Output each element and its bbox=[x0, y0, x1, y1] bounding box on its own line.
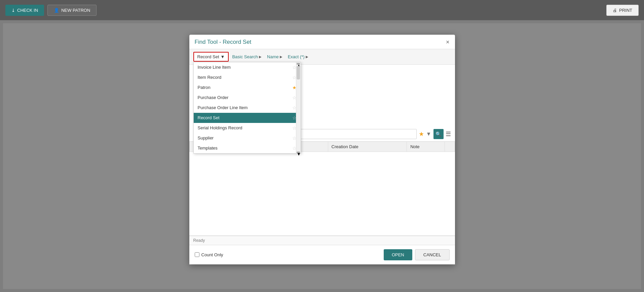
modal-footer: Count Only OPEN CANCEL bbox=[189, 245, 455, 264]
exact-link[interactable]: Exact (*) ▶ bbox=[286, 53, 310, 61]
search-button[interactable]: 🔍 bbox=[433, 129, 444, 139]
dropdown-menu: Invoice Line Item ☆ Item Record ☆ Patron… bbox=[193, 62, 301, 154]
checkin-button[interactable]: ⤓ CHECK IN bbox=[5, 5, 44, 16]
newpatron-icon: 👤 bbox=[54, 8, 59, 13]
newpatron-button[interactable]: 👤 NEW PATRON bbox=[47, 5, 97, 16]
col-creation-date: Creation Date bbox=[328, 141, 407, 152]
chevron-right-icon-2: ▶ bbox=[280, 55, 282, 59]
dropdown-item-purchase-order-line-item[interactable]: Purchase Order Line Item ☆ bbox=[194, 103, 301, 113]
dropdown-item-serial-holdings[interactable]: Serial Holdings Record ☆ bbox=[194, 123, 301, 133]
dropdown-item-templates[interactable]: Templates ☆ bbox=[194, 143, 301, 153]
results-area: Name Total Records Creation Date Note bbox=[189, 141, 455, 236]
footer-buttons: OPEN CANCEL bbox=[384, 249, 450, 260]
modal-toolbar: Record Set ▼ Basic Search ▶ Name ▶ Exact… bbox=[189, 49, 455, 65]
print-button[interactable]: 🖨 PRINT bbox=[606, 5, 639, 16]
scroll-down-arrow[interactable]: ▼ bbox=[297, 152, 300, 153]
scroll-thumb bbox=[297, 66, 300, 79]
basic-search-link[interactable]: Basic Search ▶ bbox=[230, 53, 264, 61]
chevron-right-icon: ▶ bbox=[259, 55, 262, 59]
count-only-label[interactable]: Count Only bbox=[195, 252, 223, 257]
status-text: Ready bbox=[193, 238, 205, 243]
dropdown-item-patron[interactable]: Patron ★ bbox=[194, 83, 301, 93]
col-actions bbox=[445, 141, 455, 152]
top-bar-left: ⤓ CHECK IN 👤 NEW PATRON bbox=[5, 5, 97, 16]
dropdown-label: Record Set bbox=[197, 54, 219, 59]
open-button[interactable]: OPEN bbox=[384, 249, 412, 260]
top-bar: ⤓ CHECK IN 👤 NEW PATRON 🖨 PRINT bbox=[0, 0, 644, 20]
newpatron-label: NEW PATRON bbox=[61, 8, 90, 13]
modal-title: Find Tool - Record Set bbox=[195, 39, 252, 45]
modal-overlay: Find Tool - Record Set × Record Set ▼ Ba… bbox=[0, 20, 644, 292]
status-bar: Ready bbox=[189, 236, 455, 245]
dropdown-item-invoice-line-item[interactable]: Invoice Line Item ☆ bbox=[194, 62, 301, 72]
scroll-up-arrow[interactable]: ▲ bbox=[297, 63, 300, 65]
chevron-down-icon: ▼ bbox=[221, 54, 225, 59]
dropdown-item-purchase-order[interactable]: Purchase Order ☆ bbox=[194, 93, 301, 103]
menu-button[interactable]: ☰ bbox=[446, 130, 451, 138]
print-label: PRINT bbox=[619, 8, 632, 13]
cancel-button[interactable]: CANCEL bbox=[415, 249, 450, 260]
name-link[interactable]: Name ▶ bbox=[265, 53, 285, 61]
find-tool-modal: Find Tool - Record Set × Record Set ▼ Ba… bbox=[189, 35, 455, 264]
dropdown-scrollbar[interactable]: ▲ ▼ bbox=[296, 62, 301, 153]
record-set-dropdown[interactable]: Record Set ▼ bbox=[193, 52, 229, 62]
chevron-right-icon-3: ▶ bbox=[306, 55, 308, 59]
print-icon: 🖨 bbox=[613, 8, 617, 13]
modal-header: Find Tool - Record Set × bbox=[189, 35, 455, 49]
main-content: Find Tool - Record Set × Record Set ▼ Ba… bbox=[0, 20, 644, 292]
modal-close-button[interactable]: × bbox=[446, 39, 450, 45]
search-icon: 🔍 bbox=[435, 131, 441, 137]
favorite-search-button[interactable]: ★ bbox=[419, 130, 424, 138]
col-note: Note bbox=[407, 141, 445, 152]
dropdown-item-record-set[interactable]: Record Set ☆ bbox=[194, 113, 301, 123]
filter-button[interactable]: ▼ bbox=[426, 131, 431, 137]
dropdown-item-item-record[interactable]: Item Record ☆ bbox=[194, 72, 301, 83]
checkin-icon: ⤓ bbox=[11, 8, 15, 13]
dropdown-item-supplier[interactable]: Supplier ☆ bbox=[194, 133, 301, 143]
checkin-label: CHECK IN bbox=[17, 8, 38, 13]
count-only-checkbox[interactable] bbox=[195, 252, 199, 257]
